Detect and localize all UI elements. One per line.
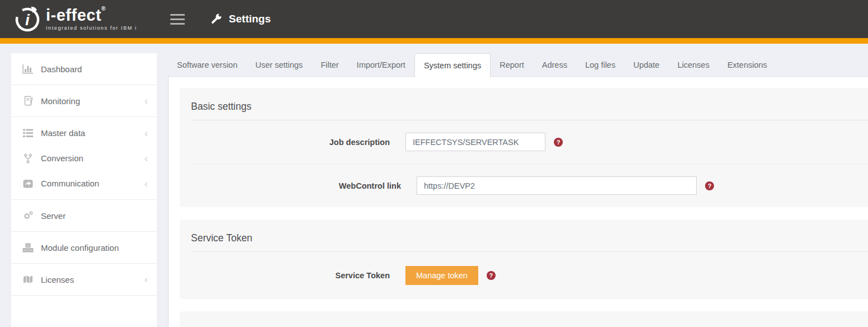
sidebar-item-label: Server <box>41 211 148 221</box>
logo-text: i-effect® Integrated solutions for IBM i <box>46 7 137 31</box>
brand-tagline: Integrated solutions for IBM i <box>46 25 137 31</box>
brand-name: i-effect <box>46 6 101 24</box>
chevron-left-icon: ‹ <box>140 128 148 138</box>
sidebar-item-label: Dashboard <box>41 64 148 74</box>
help-icon[interactable]: ? <box>705 181 714 190</box>
sidebar-item-communication[interactable]: Communication ‹ <box>11 171 157 196</box>
svg-text:i: i <box>25 11 30 29</box>
webcontrol-link-input[interactable] <box>417 176 697 195</box>
section-title: Basic settings <box>180 88 868 120</box>
registered-mark: ® <box>101 6 106 12</box>
accent-bar <box>0 38 868 44</box>
next-section-partial <box>180 311 868 327</box>
cubes-icon <box>21 243 35 253</box>
wrench-icon <box>208 12 223 27</box>
service-token-label: Service Token <box>180 271 390 280</box>
tab-report[interactable]: Report <box>491 53 533 77</box>
tab-update[interactable]: Update <box>624 53 669 77</box>
chevron-left-icon: ‹ <box>140 179 148 189</box>
sidebar-item-dashboard[interactable]: Dashboard <box>11 53 157 85</box>
bar-chart-icon <box>21 64 35 74</box>
job-description-label: Job description <box>180 138 390 147</box>
page-title-wrap: Settings <box>208 12 271 27</box>
tab-import-export[interactable]: Import/Export <box>348 53 414 77</box>
sidebar-item-label: Communication <box>41 179 140 188</box>
chevron-left-icon: ‹ <box>140 96 148 106</box>
sidebar: Dashboard Monitoring ‹ <box>11 53 157 327</box>
basic-settings-section: Basic settings Job description ? WebCont… <box>180 88 868 207</box>
job-description-input[interactable] <box>405 133 545 151</box>
book-icon <box>21 96 35 106</box>
tab-system-settings[interactable]: System settings <box>414 53 491 77</box>
gears-icon <box>21 211 35 221</box>
app-window: i i-effect® Integrated solutions for IBM… <box>0 0 868 327</box>
share-icon <box>21 179 35 188</box>
code-fork-icon <box>21 153 35 164</box>
sidebar-item-server[interactable]: Server <box>11 200 157 232</box>
sidebar-item-module-configuration[interactable]: Module configuration <box>11 232 157 264</box>
ieffect-logo-icon: i <box>13 5 41 33</box>
job-description-row: Job description ? <box>180 120 868 164</box>
map-icon <box>21 275 35 284</box>
chevron-left-icon: ‹ <box>140 274 148 284</box>
sidebar-group-data: Master data ‹ Conversion ‹ <box>11 117 157 200</box>
tab-extensions[interactable]: Extensions <box>718 53 776 77</box>
help-icon[interactable]: ? <box>487 271 496 280</box>
webcontrol-link-row: WebControl link ? <box>191 164 868 207</box>
sidebar-item-label: Master data <box>41 128 140 138</box>
manage-token-button[interactable]: Manage token <box>405 266 478 285</box>
tab-software-version[interactable]: Software version <box>168 53 246 77</box>
service-token-section: Service Token Service Token Manage token… <box>180 219 868 299</box>
chevron-left-icon: ‹ <box>140 153 148 164</box>
sidebar-item-label: Conversion <box>41 153 140 163</box>
settings-tab-bar: Software version User settings Filter Im… <box>168 53 868 77</box>
tab-log-files[interactable]: Log files <box>576 53 624 77</box>
sidebar-item-master-data[interactable]: Master data ‹ <box>11 120 157 146</box>
tab-user-settings[interactable]: User settings <box>246 53 312 77</box>
list-icon <box>21 129 35 138</box>
sidebar-item-licenses[interactable]: Licenses ‹ <box>11 264 157 296</box>
sidebar-item-label: Licenses <box>41 275 140 284</box>
tab-content-panel: Basic settings Job description ? WebCont… <box>168 76 868 327</box>
tab-licenses[interactable]: Licenses <box>669 53 718 77</box>
section-title: Service Token <box>180 219 868 251</box>
sidebar-item-monitoring[interactable]: Monitoring ‹ <box>11 85 157 117</box>
page-title: Settings <box>229 13 271 25</box>
webcontrol-link-label: WebControl link <box>191 181 401 190</box>
top-header: i i-effect® Integrated solutions for IBM… <box>0 0 868 38</box>
tab-adress[interactable]: Adress <box>533 53 576 77</box>
sidebar-item-conversion[interactable]: Conversion ‹ <box>11 146 157 171</box>
service-token-row: Service Token Manage token ? <box>180 252 868 299</box>
menu-toggle-icon[interactable] <box>168 12 187 27</box>
sidebar-item-label: Module configuration <box>41 243 148 253</box>
help-icon[interactable]: ? <box>554 138 563 147</box>
ieffect-logo[interactable]: i i-effect® Integrated solutions for IBM… <box>13 5 137 33</box>
sidebar-item-label: Monitoring <box>41 96 140 106</box>
tab-filter[interactable]: Filter <box>312 53 348 77</box>
